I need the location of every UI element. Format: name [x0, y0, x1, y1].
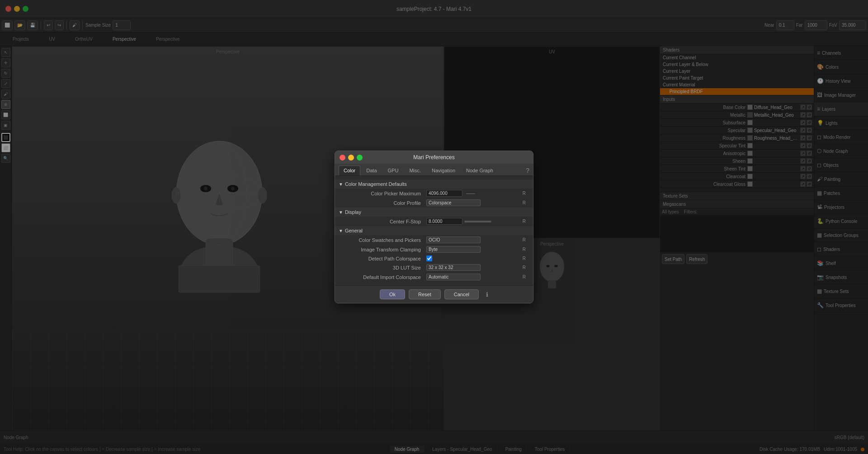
prefs-tab-color[interactable]: Color — [339, 166, 360, 175]
prefs-tab-gpu[interactable]: GPU — [383, 166, 404, 175]
prefs-reset-image-transform[interactable]: R — [523, 247, 526, 252]
prefs-reset-detect-path[interactable]: R — [523, 256, 526, 261]
center-fstop-slider[interactable] — [464, 221, 491, 222]
prefs-value-3dlut-size: 32 x 32 x 32 16 x 16 x 16 64 x 64 x 64 — [426, 264, 521, 271]
prefs-row-color-swatches: Color Swatches and Pickers OCIO R — [335, 235, 533, 245]
prefs-row-detect-path: Detect Path Colorspace R — [335, 254, 533, 263]
3dlut-size-select[interactable]: 32 x 32 x 32 16 x 16 x 16 64 x 64 x 64 — [426, 264, 481, 271]
prefs-row-3dlut-size: 3D LUT Size 32 x 32 x 32 16 x 16 x 16 64… — [335, 263, 533, 272]
arrow-icon: ▼ — [339, 182, 343, 187]
prefs-tab-node-graph[interactable]: Node Graph — [461, 166, 498, 175]
prefs-reset-color-profile[interactable]: R — [523, 200, 526, 205]
prefs-value-color-profile: Colorspace — [426, 199, 521, 206]
prefs-label-color-picker-max: Color Picker Maximum — [342, 191, 425, 196]
prefs-tab-data[interactable]: Data — [361, 166, 382, 175]
prefs-label-center-fstop: Center F-Stop — [342, 219, 425, 224]
prefs-row-color-picker-max: Color Picker Maximum —— R — [335, 189, 533, 198]
prefs-reset-color-swatches[interactable]: R — [523, 237, 526, 242]
prefs-row-center-fstop: Center F-Stop R — [335, 217, 533, 226]
prefs-help-button[interactable]: ? — [526, 166, 529, 175]
prefs-reset-center-fstop[interactable]: R — [523, 219, 526, 224]
prefs-row-default-import: Default Import Colorspace Automatic R — [335, 272, 533, 282]
prefs-tab-navigation[interactable]: Navigation — [427, 166, 460, 175]
prefs-value-color-picker-max: —— — [426, 190, 521, 197]
modal-overlay: Mari Preferences Color Data GPU Misc. Na… — [0, 0, 868, 454]
prefs-info-button[interactable]: ℹ — [486, 291, 488, 298]
prefs-label-detect-path: Detect Path Colorspace — [342, 256, 425, 261]
prefs-value-center-fstop — [426, 218, 521, 225]
prefs-footer: Ok Reset Cancel ℹ — [335, 285, 533, 303]
prefs-row-image-transform: Image Transform Clamping Byte R — [335, 245, 533, 254]
detect-path-checkbox[interactable] — [426, 255, 432, 261]
prefs-label-image-transform: Image Transform Clamping — [342, 247, 425, 252]
prefs-reset-3dlut-size[interactable]: R — [523, 265, 526, 270]
prefs-reset-button[interactable]: Reset — [409, 289, 441, 299]
image-transform-select[interactable]: Byte — [426, 246, 481, 253]
prefs-label-color-swatches: Color Swatches and Pickers — [342, 237, 425, 243]
prefs-tab-misc[interactable]: Misc. — [404, 166, 426, 175]
prefs-section-display[interactable]: ▼ Display — [335, 208, 533, 217]
prefs-reset-default-import[interactable]: R — [523, 274, 526, 279]
prefs-close-button[interactable] — [340, 155, 345, 161]
prefs-tabs: Color Data GPU Misc. Navigation Node Gra… — [335, 164, 533, 176]
prefs-titlebar: Mari Preferences — [335, 151, 533, 164]
prefs-reset-color-picker-max[interactable]: R — [523, 191, 526, 196]
color-profile-select[interactable]: Colorspace — [426, 199, 481, 206]
prefs-dialog-title: Mari Preferences — [413, 154, 454, 161]
general-title: General — [345, 228, 363, 233]
prefs-value-color-swatches: OCIO — [426, 236, 521, 243]
prefs-traffic-lights — [340, 155, 363, 161]
color-picker-max-input[interactable] — [426, 190, 462, 197]
prefs-label-default-import: Default Import Colorspace — [342, 274, 425, 280]
center-fstop-input[interactable] — [426, 218, 462, 225]
prefs-section-color-mgmt[interactable]: ▼ Color Management Defaults — [335, 180, 533, 189]
color-picker-max-slider: —— — [466, 191, 475, 196]
prefs-section-general[interactable]: ▼ General — [335, 226, 533, 235]
prefs-label-color-profile: Color Profile — [342, 200, 425, 206]
color-mgmt-title: Color Management Defaults — [345, 181, 407, 187]
prefs-value-detect-path — [426, 255, 521, 261]
arrow-icon-general: ▼ — [339, 228, 343, 233]
prefs-maximize-button[interactable] — [357, 155, 363, 161]
prefs-value-image-transform: Byte — [426, 246, 521, 253]
prefs-value-default-import: Automatic — [426, 274, 521, 280]
color-swatches-select[interactable]: OCIO — [426, 236, 481, 243]
default-import-select[interactable]: Automatic — [426, 274, 481, 280]
prefs-row-color-profile: Color Profile Colorspace R — [335, 198, 533, 208]
arrow-icon-display: ▼ — [339, 210, 343, 215]
prefs-minimize-button[interactable] — [348, 155, 354, 161]
prefs-cancel-button[interactable]: Cancel — [444, 289, 479, 299]
prefs-content: ▼ Color Management Defaults Color Picker… — [335, 176, 533, 285]
prefs-label-3dlut-size: 3D LUT Size — [342, 265, 425, 270]
prefs-ok-button[interactable]: Ok — [380, 289, 405, 299]
display-title: Display — [345, 209, 361, 215]
preferences-dialog: Mari Preferences Color Data GPU Misc. Na… — [335, 151, 533, 303]
